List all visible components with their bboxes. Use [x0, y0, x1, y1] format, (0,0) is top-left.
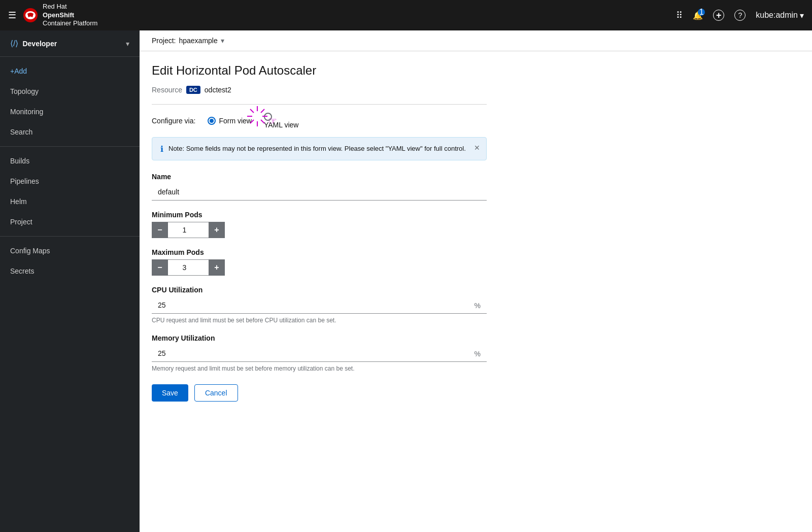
max-pods-stepper: − + — [152, 259, 487, 276]
memory-utilization-row: % — [152, 345, 487, 362]
configure-label: Configure via: — [152, 117, 195, 125]
min-pods-decrement[interactable]: − — [152, 222, 168, 238]
memory-input[interactable] — [152, 345, 487, 362]
cpu-field-group: CPU Utilization % CPU request and limit … — [152, 286, 487, 324]
form-view-radio[interactable] — [208, 117, 216, 125]
notification-badge-count: 1 — [698, 9, 705, 16]
main-layout: ⟨/⟩ Developer ▾ +Add Topology Monitoring… — [0, 30, 812, 532]
sidebar: ⟨/⟩ Developer ▾ +Add Topology Monitoring… — [0, 30, 140, 532]
cpu-hint: CPU request and limit must be set before… — [152, 317, 487, 324]
context-dropdown-arrow: ▾ — [126, 40, 129, 48]
context-name: Developer — [22, 40, 57, 48]
name-field-group: Name — [152, 173, 487, 201]
memory-label: Memory Utilization — [152, 334, 487, 342]
min-pods-stepper: − + — [152, 222, 487, 238]
sidebar-item-topology[interactable]: Topology — [0, 81, 140, 102]
project-bar: Project: hpaexample ▾ — [140, 30, 812, 51]
topbar: ☰ Red Hat OpenShift Container Platform ⠿… — [0, 0, 812, 30]
project-dropdown-arrow: ▾ — [221, 37, 224, 45]
svg-line-6 — [250, 109, 254, 113]
max-pods-input[interactable] — [168, 259, 209, 276]
yaml-view-label: YAML view — [264, 121, 298, 129]
sidebar-divider-1 — [0, 146, 140, 147]
sidebar-context[interactable]: ⟨/⟩ Developer ▾ — [0, 30, 140, 57]
cpu-label: CPU Utilization — [152, 286, 487, 294]
sidebar-item-config-maps[interactable]: Config Maps — [0, 241, 140, 261]
sidebar-item-secrets[interactable]: Secrets — [0, 261, 140, 281]
save-button[interactable]: Save — [152, 384, 188, 402]
topbar-right: ⠿ 🔔 1 + ? kube:admin ▾ — [676, 10, 804, 21]
max-pods-label: Maximum Pods — [152, 248, 487, 256]
cpu-input[interactable] — [152, 297, 487, 314]
help-icon[interactable]: ? — [734, 10, 746, 21]
max-pods-increment[interactable]: + — [209, 259, 225, 276]
sidebar-item-project[interactable]: Project — [0, 212, 140, 232]
project-label: Project: — [152, 37, 176, 45]
min-pods-label: Minimum Pods — [152, 211, 487, 219]
max-pods-field-group: Maximum Pods − + — [152, 248, 487, 276]
topbar-left: ☰ Red Hat OpenShift Container Platform — [8, 3, 97, 28]
resource-type-badge: DC — [186, 86, 200, 94]
sidebar-item-add[interactable]: +Add — [0, 61, 140, 81]
configure-row: Configure via: Form view — [152, 113, 625, 129]
user-menu[interactable]: kube:admin ▾ — [756, 11, 804, 20]
form-area: Edit Horizontal Pod Autoscaler Resource … — [140, 51, 637, 414]
sidebar-item-helm[interactable]: Helm — [0, 191, 140, 212]
yaml-view-radio[interactable] — [264, 113, 272, 121]
memory-field-group: Memory Utilization % Memory request and … — [152, 334, 487, 372]
sidebar-item-search[interactable]: Search — [0, 122, 140, 142]
project-selector[interactable]: Project: hpaexample ▾ — [152, 37, 224, 45]
add-icon[interactable]: + — [713, 10, 724, 21]
yaml-view-option[interactable]: YAML view ☞ — [264, 113, 298, 129]
sidebar-item-builds[interactable]: Builds — [0, 151, 140, 171]
sidebar-item-monitoring[interactable]: Monitoring — [0, 102, 140, 122]
cancel-button[interactable]: Cancel — [194, 384, 238, 402]
info-box: ℹ Note: Some fields may not be represent… — [152, 137, 487, 160]
cpu-unit: % — [475, 302, 481, 310]
sidebar-item-pipelines[interactable]: Pipelines — [0, 171, 140, 191]
main-content: Project: hpaexample ▾ Edit Horizontal Po… — [140, 30, 812, 532]
hamburger-menu[interactable]: ☰ — [8, 10, 16, 21]
cpu-utilization-row: % — [152, 297, 487, 314]
notification-bell[interactable]: 🔔 1 — [693, 11, 703, 20]
info-close-button[interactable]: ✕ — [474, 144, 480, 152]
redhat-logo — [22, 7, 39, 23]
min-pods-increment[interactable]: + — [209, 222, 225, 238]
resource-name: odctest2 — [205, 86, 231, 94]
sidebar-divider-2 — [0, 236, 140, 237]
form-view-option[interactable]: Form view — [208, 117, 252, 125]
form-view-label: Form view — [219, 117, 252, 125]
info-text: Note: Some fields may not be represented… — [168, 144, 466, 154]
min-pods-field-group: Minimum Pods − + — [152, 211, 487, 238]
sidebar-nav: +Add Topology Monitoring Search Builds P… — [0, 57, 140, 285]
max-pods-decrement[interactable]: − — [152, 259, 168, 276]
name-input[interactable] — [152, 184, 487, 201]
context-icon: ⟨/⟩ — [10, 39, 18, 48]
min-pods-input[interactable] — [168, 222, 209, 238]
memory-unit: % — [475, 350, 481, 358]
resource-label: Resource — [152, 86, 182, 94]
page-title: Edit Horizontal Pod Autoscaler — [152, 63, 625, 78]
button-row: Save Cancel — [152, 384, 625, 402]
memory-hint: Memory request and limit must be set bef… — [152, 365, 487, 372]
brand: Red Hat OpenShift Container Platform — [22, 3, 97, 28]
grid-icon[interactable]: ⠿ — [676, 10, 683, 21]
project-name: hpaexample — [179, 37, 217, 45]
form-divider — [152, 104, 487, 105]
resource-row: Resource DC odctest2 — [152, 86, 625, 94]
info-icon: ℹ — [160, 144, 163, 154]
svg-line-8 — [261, 109, 264, 113]
brand-text: Red Hat OpenShift Container Platform — [43, 3, 97, 28]
name-label: Name — [152, 173, 487, 181]
user-dropdown-arrow: ▾ — [800, 11, 804, 20]
